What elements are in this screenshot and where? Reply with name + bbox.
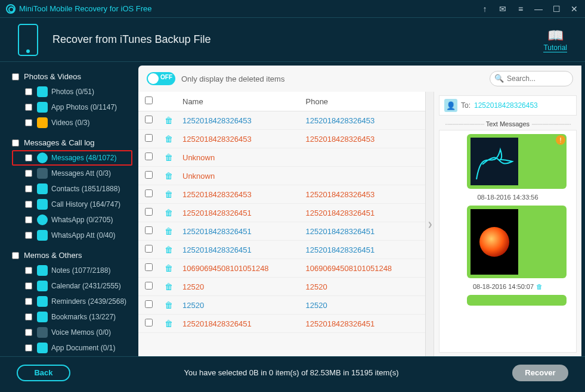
item-checkbox[interactable] <box>25 201 32 208</box>
upload-icon[interactable]: ↑ <box>480 4 490 14</box>
sidebar-group-head[interactable]: Messages & Call log <box>12 135 132 150</box>
sidebar-item[interactable]: WhatsApp Att (0/40) <box>12 228 132 243</box>
menu-icon[interactable]: ≡ <box>516 4 525 14</box>
sidebar-group-head[interactable]: Memos & Others <box>12 248 132 263</box>
maximize-icon[interactable]: ☐ <box>552 4 561 14</box>
recover-button[interactable]: Recover <box>512 365 568 381</box>
sidebar-item[interactable]: Contacts (1851/1888) <box>12 181 132 197</box>
row-checkbox[interactable] <box>145 319 153 326</box>
sidebar-group-head[interactable]: Photos & Videos <box>12 69 132 84</box>
sidebar-item[interactable]: WhatsApp (0/2705) <box>12 212 132 228</box>
table-row[interactable]: 🗑1252012520 <box>138 278 425 296</box>
item-checkbox[interactable] <box>25 119 32 126</box>
table-row[interactable]: 🗑12520184283264511252018428326451 <box>138 204 425 222</box>
back-button[interactable]: Back <box>17 365 70 381</box>
item-checkbox[interactable] <box>25 154 32 161</box>
item-checkbox[interactable] <box>25 104 32 111</box>
item-checkbox[interactable] <box>25 313 32 321</box>
sidebar-item-label: Reminders (2439/2568) <box>51 297 126 306</box>
messages-thread[interactable]: ! 08-18-2016 14:33:56 08-18-2016 14:50:0… <box>439 130 577 353</box>
trash-icon[interactable]: 🗑 <box>165 153 173 162</box>
cell-phone: 1252018428326451 <box>302 204 426 222</box>
trash-icon[interactable]: 🗑 <box>165 226 173 236</box>
trash-icon[interactable]: 🗑 <box>165 134 173 144</box>
trash-icon[interactable]: 🗑 <box>165 245 173 254</box>
table-row[interactable]: 🗑12520184283264531252018428326453 <box>138 111 425 130</box>
sidebar-item[interactable]: Videos (0/3) <box>12 115 132 130</box>
table-row[interactable]: 🗑Unknown <box>138 167 425 185</box>
tutorial-link[interactable]: 📖 Tutorial <box>543 28 567 52</box>
image-attachment[interactable] <box>471 138 518 185</box>
delete-icon[interactable]: 🗑 <box>536 283 543 290</box>
table-row[interactable]: 🗑12520184283264531252018428326453 <box>138 130 425 148</box>
tutorial-label: Tutorial <box>543 43 567 52</box>
sidebar-item[interactable]: App Document (0/1) <box>12 340 132 356</box>
row-checkbox[interactable] <box>145 226 153 234</box>
row-checkbox[interactable] <box>145 116 153 123</box>
table-row[interactable]: 🗑12520184283264511252018428326451 <box>138 315 425 333</box>
timestamp: 08-18-2016 14:33:56 <box>443 194 572 201</box>
cell-phone <box>302 148 426 167</box>
table-row[interactable]: 🗑12520184283264511252018428326451 <box>138 222 425 241</box>
trash-icon[interactable]: 🗑 <box>165 300 173 310</box>
item-checkbox[interactable] <box>25 185 32 192</box>
whatsapp-icon <box>37 214 48 225</box>
sidebar-item[interactable]: Bookmarks (13/227) <box>12 309 132 325</box>
item-checkbox[interactable] <box>25 232 32 239</box>
trash-icon[interactable]: 🗑 <box>165 116 173 125</box>
trash-icon[interactable]: 🗑 <box>165 319 173 328</box>
group-checkbox[interactable] <box>12 139 19 147</box>
sidebar-item-label: WhatsApp (0/2705) <box>51 216 113 224</box>
preview-panel: 👤 To: 1252018428326453 Text Messages ! 0… <box>434 92 581 356</box>
item-checkbox[interactable] <box>25 282 32 290</box>
sidebar-item[interactable]: Call History (164/747) <box>12 197 132 212</box>
table-scroll[interactable]: Name Phone 🗑1252018428326453125201842832… <box>138 92 425 356</box>
trash-icon[interactable]: 🗑 <box>165 189 173 199</box>
trash-icon[interactable]: 🗑 <box>165 208 173 217</box>
row-checkbox[interactable] <box>145 153 153 160</box>
row-checkbox[interactable] <box>145 300 153 308</box>
sidebar-item[interactable]: Calendar (2431/2555) <box>12 278 132 294</box>
table-row[interactable]: 🗑1252012520 <box>138 296 425 315</box>
table-row[interactable]: 🗑106906945081010512481069069450810105124… <box>138 259 425 278</box>
trash-icon[interactable]: 🗑 <box>165 171 173 181</box>
sidebar-item[interactable]: Voice Memos (0/0) <box>12 325 132 340</box>
sidebar-item[interactable]: Messages (48/1072) <box>12 150 132 166</box>
sidebar-item[interactable]: Photos (0/51) <box>12 84 132 99</box>
item-checkbox[interactable] <box>25 329 32 336</box>
sidebar-item[interactable]: Notes (1077/2188) <box>12 263 132 278</box>
avatar-icon: 👤 <box>444 99 457 112</box>
select-all-checkbox[interactable] <box>145 97 153 104</box>
table-row[interactable]: 🗑Unknown <box>138 148 425 167</box>
trash-icon[interactable]: 🗑 <box>165 263 173 273</box>
row-checkbox[interactable] <box>145 245 153 253</box>
row-checkbox[interactable] <box>145 208 153 216</box>
image-attachment[interactable] <box>471 209 518 275</box>
sidebar-item[interactable]: Messages Att (0/3) <box>12 166 132 181</box>
sidebar-item-label: Photos (0/51) <box>51 88 94 96</box>
row-checkbox[interactable] <box>145 282 153 290</box>
item-checkbox[interactable] <box>25 216 32 223</box>
item-checkbox[interactable] <box>25 88 32 95</box>
item-checkbox[interactable] <box>25 267 32 274</box>
table-row[interactable]: 🗑12520184283264511252018428326451 <box>138 241 425 259</box>
group-checkbox[interactable] <box>12 252 19 259</box>
group-checkbox[interactable] <box>12 73 19 80</box>
item-checkbox[interactable] <box>25 298 32 305</box>
trash-icon[interactable]: 🗑 <box>165 282 173 291</box>
minimize-icon[interactable]: — <box>534 4 543 14</box>
row-checkbox[interactable] <box>145 171 153 179</box>
table-row[interactable]: 🗑12520184283264531252018428326453 <box>138 185 425 204</box>
mail-icon[interactable]: ✉ <box>498 4 507 14</box>
row-checkbox[interactable] <box>145 263 153 271</box>
item-checkbox[interactable] <box>25 344 32 351</box>
close-icon[interactable]: ✕ <box>569 4 579 14</box>
sidebar-item[interactable]: Reminders (2439/2568) <box>12 294 132 309</box>
expand-handle[interactable]: ❯ <box>425 92 434 356</box>
row-checkbox[interactable] <box>145 134 153 142</box>
row-checkbox[interactable] <box>145 189 153 197</box>
phone-icon <box>18 24 38 56</box>
item-checkbox[interactable] <box>25 170 32 177</box>
deleted-filter-toggle[interactable]: OFF <box>147 72 175 85</box>
sidebar-item[interactable]: App Photos (0/1147) <box>12 99 132 115</box>
